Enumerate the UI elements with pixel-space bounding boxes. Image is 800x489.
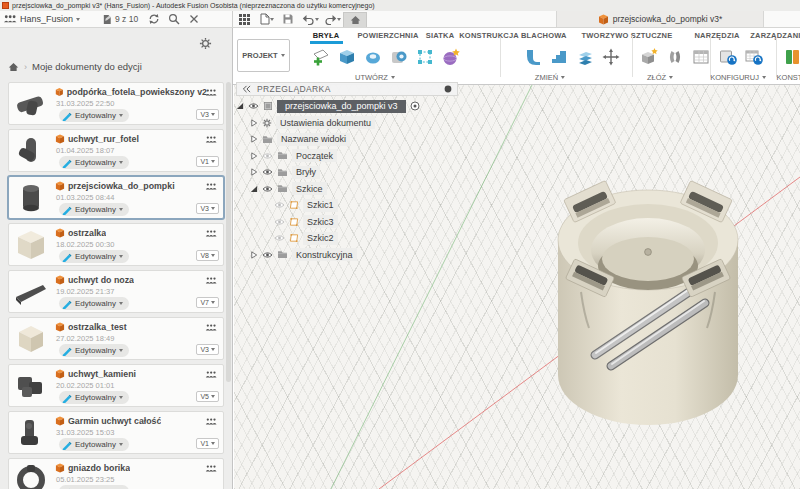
tree-row-origin[interactable]: Początek (236, 149, 458, 162)
activate-radio-icon[interactable] (410, 101, 420, 111)
status-badge[interactable]: Edytowalny (59, 203, 129, 216)
version-dropdown[interactable]: V3 (196, 203, 219, 214)
tree-row-construction[interactable]: Konstrukcyjna (236, 248, 458, 261)
group-label-zmien[interactable]: ZMIEŃ (535, 73, 565, 82)
document-card[interactable]: ostrzalka 18.02.2025 00:30 Edytowalny V8 (8, 223, 224, 266)
extrude-button[interactable] (335, 45, 358, 69)
hole-button[interactable] (387, 45, 410, 69)
collapsed-triangle-icon[interactable] (250, 119, 258, 127)
redo-button[interactable] (322, 12, 342, 26)
version-dropdown[interactable]: V1 (196, 438, 219, 449)
panel-settings-button[interactable] (199, 37, 212, 50)
root-component-label[interactable]: przejsciowka_do_pompki v3 (277, 100, 406, 113)
status-badge[interactable]: Edytowalny (59, 344, 129, 357)
version-dropdown[interactable]: V8 (196, 250, 219, 261)
configure-design-button[interactable] (716, 45, 739, 69)
eye-icon-hidden[interactable] (274, 218, 285, 226)
document-card[interactable]: uchwyt_kamieni 20.02.2025 01:01 Edytowal… (8, 364, 224, 407)
create-sketch-button[interactable] (309, 45, 332, 69)
document-card-selected[interactable]: przejsciowka_do_pompki 01.03.2025 08:44 … (8, 176, 224, 219)
document-card[interactable]: uchwyt do noza 19.02.2025 21:37 Edytowal… (8, 270, 224, 313)
status-badge[interactable]: Edytowalny (59, 391, 129, 404)
folder-icon (277, 151, 288, 160)
document-card[interactable]: ostrzalka_test 27.02.2025 18:49 Edytowal… (8, 317, 224, 360)
document-card[interactable]: gniazdo borika 05.01.2025 23:25 Edytowal… (8, 458, 224, 489)
status-badge[interactable]: Edytowalny (59, 297, 129, 310)
tab-narzedzia[interactable]: NARZĘDZIA (694, 31, 739, 40)
collapsed-triangle-icon[interactable] (250, 168, 258, 176)
tab-powierzchnia[interactable]: POWIERZCHNIA (357, 31, 418, 40)
tab-bryla[interactable]: BRYŁA (313, 31, 340, 40)
construct-plane-button[interactable] (782, 45, 800, 69)
pattern-button[interactable] (413, 45, 436, 69)
version-dropdown[interactable]: V7 (196, 297, 219, 308)
scrollbar[interactable] (226, 82, 231, 382)
steps-button[interactable] (547, 45, 570, 69)
save-button[interactable] (278, 12, 298, 26)
expanded-triangle-icon[interactable] (250, 185, 258, 193)
create-form-button[interactable] (439, 45, 462, 69)
project-dropdown-button[interactable]: PROJEKT (237, 39, 290, 72)
tree-row-root[interactable]: przejsciowka_do_pompki v3 (236, 100, 458, 113)
document-card[interactable]: uchwyt_rur_fotel 01.04.2025 18:07 Edytow… (8, 129, 224, 172)
eye-icon[interactable] (262, 168, 273, 176)
version-dropdown[interactable]: V3 (196, 344, 219, 355)
tree-row-document-settings[interactable]: Ustawienia dokumentu (236, 116, 458, 129)
document-card[interactable]: Garmin uchwyt całość 31.03.2025 15:03 Ed… (8, 411, 224, 454)
home-icon[interactable] (8, 62, 19, 72)
file-menu-button[interactable] (256, 12, 276, 26)
breadcrumb-label[interactable]: Moje dokumenty do edycji (32, 61, 142, 72)
team-selector[interactable]: Hans_Fusion (3, 14, 80, 24)
group-label-utworz[interactable]: UTWÓRZ (355, 73, 395, 82)
group-label-konstrukcja[interactable]: KONSTRUKCJA (777, 73, 800, 82)
group-label-zloz[interactable]: ZŁÓŻ (647, 73, 673, 82)
eye-icon[interactable] (262, 185, 273, 193)
move-button[interactable] (599, 45, 622, 69)
tree-row-sketches[interactable]: Szkice (236, 182, 458, 195)
undo-button[interactable] (300, 12, 320, 26)
version-dropdown[interactable]: V1 (196, 156, 219, 167)
tab-siatka[interactable]: SIATKA (426, 31, 455, 40)
collapsed-triangle-icon[interactable] (250, 135, 258, 143)
flange-button[interactable] (521, 45, 544, 69)
chevron-down-icon (119, 349, 123, 352)
eye-icon[interactable] (248, 102, 259, 110)
collapsed-triangle-icon[interactable] (250, 251, 258, 259)
collapse-icon[interactable] (242, 85, 251, 93)
document-tab[interactable]: przejsciowka_do_pompki v3* (556, 11, 764, 27)
home-tab[interactable] (343, 12, 367, 27)
data-panel-toggle[interactable] (234, 12, 254, 26)
expanded-triangle-icon[interactable] (236, 102, 244, 110)
display-settings-icon[interactable] (444, 85, 452, 93)
tree-row-sketch2[interactable]: Szkic2 (236, 232, 458, 245)
version-dropdown[interactable]: V3 (196, 109, 219, 120)
status-badge[interactable]: Edytowalny (59, 156, 129, 169)
sync-button[interactable] (144, 12, 164, 26)
joint-button[interactable] (663, 45, 686, 69)
status-badge[interactable]: Edytowalny (59, 485, 129, 489)
status-badge[interactable]: Edytowalny (59, 250, 129, 263)
revolve-button[interactable] (361, 45, 384, 69)
new-component-button[interactable] (637, 45, 660, 69)
bom-table-button[interactable] (689, 45, 712, 69)
status-badge[interactable]: Edytowalny (59, 438, 129, 451)
tree-row-sketch1[interactable]: Szkic1 (236, 199, 458, 212)
tab-tworzywo-sztuczne[interactable]: TWORZYWO SZTUCZNE (582, 31, 673, 40)
eye-icon-hidden[interactable] (274, 234, 285, 242)
configure-table-button[interactable] (742, 45, 765, 69)
group-label-konfiguruj[interactable]: KONFIGURUJ (710, 73, 766, 82)
collapsed-triangle-icon[interactable] (250, 152, 258, 160)
stack-button[interactable] (573, 45, 596, 69)
eye-icon-hidden[interactable] (262, 152, 273, 160)
eye-icon-hidden[interactable] (274, 201, 285, 209)
tab-konstrukcja-blachowa[interactable]: KONSTRUKCJA BLACHOWA (459, 31, 566, 40)
version-dropdown[interactable]: V5 (196, 391, 219, 402)
tree-row-sketch3[interactable]: Szkic3 (236, 215, 458, 228)
document-card[interactable]: podpórka_fotela_powiekszony v2 31.03.202… (8, 82, 224, 125)
document-cube-icon (55, 87, 64, 97)
eye-icon[interactable] (262, 251, 273, 259)
close-panel-button[interactable] (184, 12, 204, 26)
tree-row-bodies[interactable]: Bryły (236, 166, 458, 179)
status-badge[interactable]: Edytowalny (59, 109, 129, 122)
search-button[interactable] (164, 12, 184, 26)
